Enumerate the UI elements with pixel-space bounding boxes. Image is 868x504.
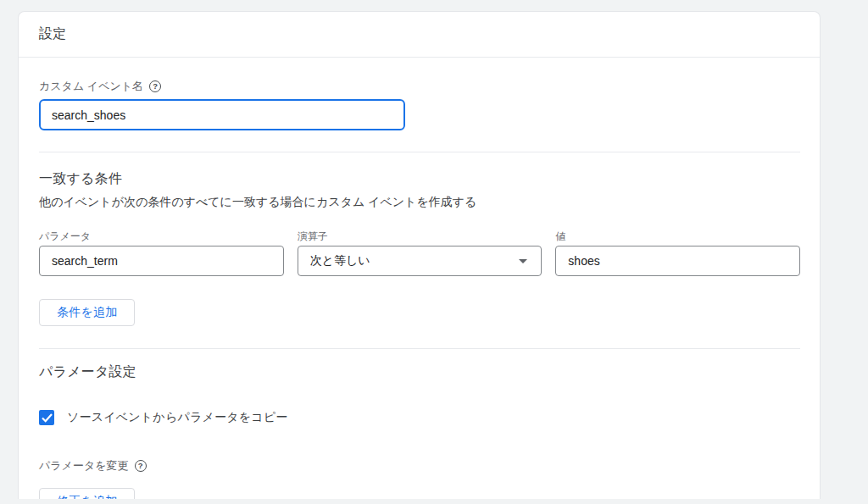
operator-select[interactable]: 次と等しい xyxy=(298,246,542,276)
modify-params-label-row: パラメータを変更 ? xyxy=(39,459,800,473)
conditions-heading: 一致する条件 xyxy=(39,170,800,186)
conditions-description: 他のイベントが次の条件のすべてに一致する場合にカスタム イベントを作成する xyxy=(39,195,800,209)
add-modification-button[interactable]: 修正を追加 xyxy=(39,488,135,499)
parameter-input[interactable] xyxy=(39,246,284,276)
value-label: 値 xyxy=(555,230,800,242)
modify-params-label: パラメータを変更 xyxy=(39,459,129,473)
parameters-heading: パラメータ設定 xyxy=(39,363,800,379)
page-title: 設定 xyxy=(39,25,66,43)
card-header: 設定 xyxy=(19,12,820,58)
event-name-label: カスタム イベント名 xyxy=(39,80,143,93)
parameter-label: パラメータ xyxy=(39,230,284,242)
divider xyxy=(39,152,800,152)
copy-params-row[interactable]: ソースイベントからパラメータをコピー xyxy=(39,410,800,425)
event-name-input[interactable] xyxy=(39,99,405,130)
event-name-label-row: カスタム イベント名 ? xyxy=(39,80,800,93)
help-icon[interactable]: ? xyxy=(149,80,161,92)
checkmark-icon xyxy=(42,413,53,423)
divider xyxy=(39,348,800,349)
operator-label: 演算子 xyxy=(298,230,542,242)
value-input[interactable] xyxy=(555,246,800,276)
add-condition-button[interactable]: 条件を追加 xyxy=(39,299,135,326)
settings-card: 設定 カスタム イベント名 ? 一致する条件 他のイベントが次の条件のすべてに一… xyxy=(18,11,821,499)
copy-params-checkbox[interactable] xyxy=(39,410,54,425)
value-field: 値 xyxy=(555,230,800,276)
chevron-down-icon xyxy=(519,259,527,263)
question-mark-glyph: ? xyxy=(138,459,143,473)
help-icon[interactable]: ? xyxy=(135,460,147,472)
copy-params-label: ソースイベントからパラメータをコピー xyxy=(67,410,288,425)
parameter-field: パラメータ xyxy=(39,230,284,276)
operator-field: 演算子 次と等しい xyxy=(298,230,542,276)
card-body: カスタム イベント名 ? 一致する条件 他のイベントが次の条件のすべてに一致する… xyxy=(19,80,820,499)
question-mark-glyph: ? xyxy=(153,80,158,93)
operator-selected-value: 次と等しい xyxy=(310,253,370,269)
condition-fields-row: パラメータ 演算子 次と等しい 値 xyxy=(39,230,800,276)
